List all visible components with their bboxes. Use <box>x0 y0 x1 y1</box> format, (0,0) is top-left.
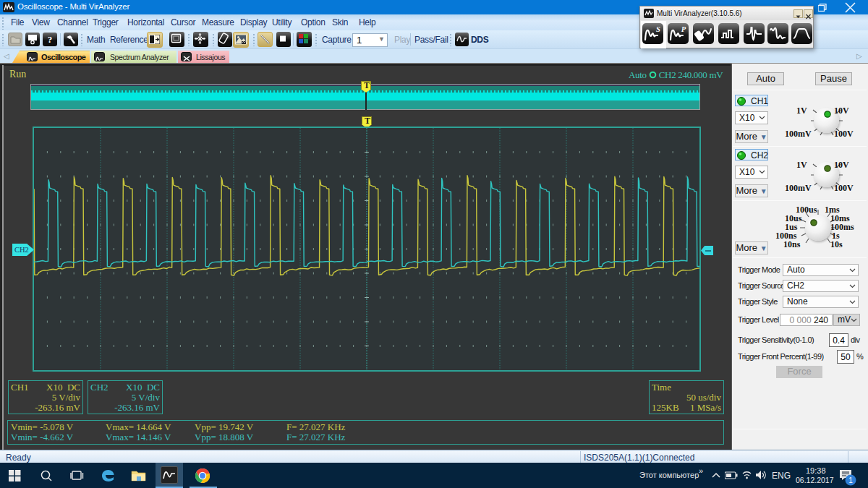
svg-text:S: S <box>656 25 660 33</box>
svg-text:?: ? <box>48 34 53 45</box>
svg-text:P: P <box>681 25 686 33</box>
svg-text:1: 1 <box>848 476 853 484</box>
